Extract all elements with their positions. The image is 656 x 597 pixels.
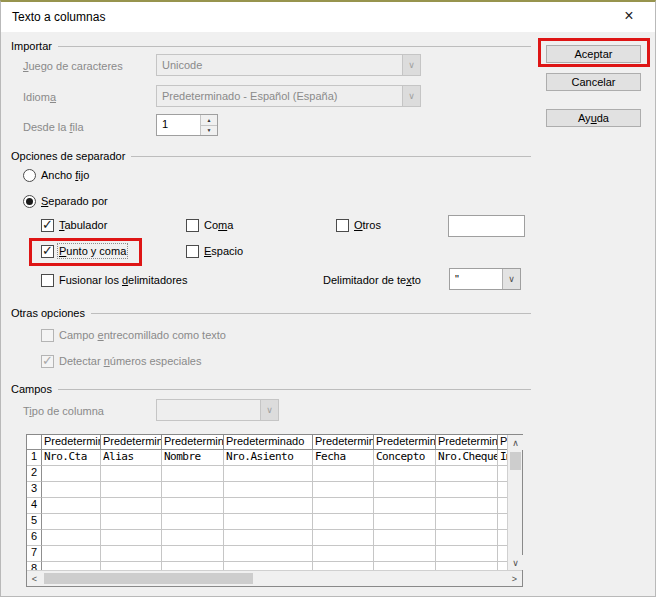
- table-row: 1Nro.CtaAliasNombreNro.AsientoFechaConce…: [27, 450, 507, 466]
- titlebar: Texto a columnas ×: [1, 2, 655, 32]
- semicolon-label[interactable]: Punto y coma: [59, 245, 126, 257]
- row-number: 7: [27, 546, 42, 562]
- vertical-scroll-thumb[interactable]: [510, 452, 521, 470]
- scroll-up-icon[interactable]: ∧: [508, 435, 523, 450]
- row-number: 6: [27, 530, 42, 546]
- table-cell: [313, 514, 374, 530]
- charset-combobox[interactable]: Unicode ∨: [156, 54, 421, 76]
- column-type-combobox: ∨: [156, 399, 279, 421]
- group-otras: Otras opciones: [11, 306, 531, 320]
- table-cell: Nombre: [162, 450, 224, 466]
- group-otras-title: Otras opciones: [11, 307, 85, 319]
- table-cell: [224, 466, 313, 482]
- fixed-width-radio[interactable]: [23, 169, 36, 182]
- language-value: Predeterminado - Español (España): [157, 90, 402, 102]
- table-cell: [374, 466, 436, 482]
- table-cell: Nro.Asiento: [224, 450, 313, 466]
- tab-label[interactable]: Tabulador: [59, 219, 107, 231]
- vertical-scrollbar[interactable]: ∧ ∨: [507, 435, 522, 570]
- from-row-label: Desde la fila: [23, 121, 84, 133]
- scroll-down-icon[interactable]: ∨: [508, 555, 523, 570]
- row-number: 4: [27, 498, 42, 514]
- text-delimiter-label: Delimitador de texto: [323, 274, 421, 286]
- row-number: 1: [27, 450, 42, 466]
- table-cell: [498, 562, 507, 570]
- space-checkbox[interactable]: [186, 245, 199, 258]
- table-cell: [313, 466, 374, 482]
- column-header[interactable]: Predeterminado: [374, 435, 436, 450]
- comma-checkbox[interactable]: [186, 219, 199, 232]
- other-checkbox[interactable]: [336, 219, 349, 232]
- table-cell: [436, 514, 498, 530]
- column-header[interactable]: Predeterminado: [436, 435, 498, 450]
- scroll-left-icon[interactable]: <: [27, 571, 42, 586]
- semicolon-checkbox[interactable]: [41, 245, 54, 258]
- help-button[interactable]: Ayuda: [546, 109, 641, 127]
- table-cell: [42, 546, 101, 562]
- corner-cell: [27, 435, 42, 450]
- table-cell: [224, 562, 313, 570]
- table-cell: [42, 482, 101, 498]
- table-cell: [436, 530, 498, 546]
- fixed-width-label[interactable]: Ancho fijo: [41, 169, 89, 181]
- horizontal-scroll-thumb[interactable]: [44, 573, 253, 584]
- table-cell: [374, 546, 436, 562]
- tab-checkbox[interactable]: [41, 219, 54, 232]
- table-cell: [374, 530, 436, 546]
- close-icon[interactable]: ×: [615, 5, 643, 27]
- separated-by-label[interactable]: Separado por: [41, 195, 108, 207]
- column-header[interactable]: Predeterminado: [313, 435, 374, 450]
- column-header[interactable]: Predeterminado: [162, 435, 224, 450]
- accept-button[interactable]: Aceptar: [546, 45, 641, 63]
- row-number: 8: [27, 562, 42, 570]
- column-header[interactable]: Predeterminado: [101, 435, 162, 450]
- table-cell: Im: [498, 450, 507, 466]
- chevron-down-icon[interactable]: ∨: [402, 55, 420, 75]
- table-cell: [313, 498, 374, 514]
- table-row: 4: [27, 498, 507, 514]
- table-cell: [498, 498, 507, 514]
- text-delimiter-combobox[interactable]: " ∨: [449, 268, 521, 290]
- language-combobox[interactable]: Predeterminado - Español (España) ∨: [156, 85, 421, 107]
- table-cell: [224, 530, 313, 546]
- group-importar: Importar: [11, 39, 531, 53]
- row-number: 3: [27, 482, 42, 498]
- charset-value: Unicode: [157, 59, 402, 71]
- table-cell: [436, 498, 498, 514]
- row-number: 5: [27, 514, 42, 530]
- table-cell: [101, 466, 162, 482]
- table-cell: [162, 562, 224, 570]
- preview-table[interactable]: PredeterminadoPredeterminadoPredetermina…: [26, 434, 523, 587]
- merge-delimiters-label[interactable]: Fusionar los delimitadores: [59, 274, 187, 286]
- table-row: 7: [27, 546, 507, 562]
- space-label[interactable]: Espacio: [204, 245, 243, 257]
- preview-content: PredeterminadoPredeterminadoPredetermina…: [27, 435, 507, 570]
- separated-by-radio[interactable]: [23, 195, 36, 208]
- table-cell: [436, 546, 498, 562]
- preview-body: 1Nro.CtaAliasNombreNro.AsientoFechaConce…: [27, 450, 507, 570]
- comma-label[interactable]: Coma: [204, 219, 233, 231]
- column-header[interactable]: Predeterminado: [42, 435, 101, 450]
- spin-down-icon[interactable]: ▼: [201, 126, 217, 136]
- from-row-stepper[interactable]: 1 ▲ ▼: [156, 114, 218, 136]
- table-cell: [162, 530, 224, 546]
- horizontal-scrollbar[interactable]: < >: [27, 570, 522, 586]
- table-cell: [374, 482, 436, 498]
- table-cell: [162, 466, 224, 482]
- text-to-columns-dialog: Texto a columnas × Importar Juego de car…: [0, 0, 656, 597]
- other-separator-input[interactable]: [448, 215, 525, 237]
- scroll-right-icon[interactable]: >: [507, 571, 522, 586]
- table-cell: [42, 466, 101, 482]
- cancel-button[interactable]: Cancelar: [546, 73, 641, 91]
- merge-delimiters-checkbox[interactable]: [41, 274, 54, 287]
- chevron-down-icon[interactable]: ∨: [502, 269, 520, 289]
- column-header[interactable]: Predeterminado: [224, 435, 313, 450]
- chevron-down-icon[interactable]: ∨: [402, 86, 420, 106]
- other-label[interactable]: Otros: [354, 219, 381, 231]
- row-number: 2: [27, 466, 42, 482]
- column-header[interactable]: Predeterminado: [498, 435, 507, 450]
- table-cell: [42, 514, 101, 530]
- spin-up-icon[interactable]: ▲: [201, 115, 217, 126]
- charset-label: Juego de caracteres: [23, 60, 123, 72]
- table-cell: [374, 562, 436, 570]
